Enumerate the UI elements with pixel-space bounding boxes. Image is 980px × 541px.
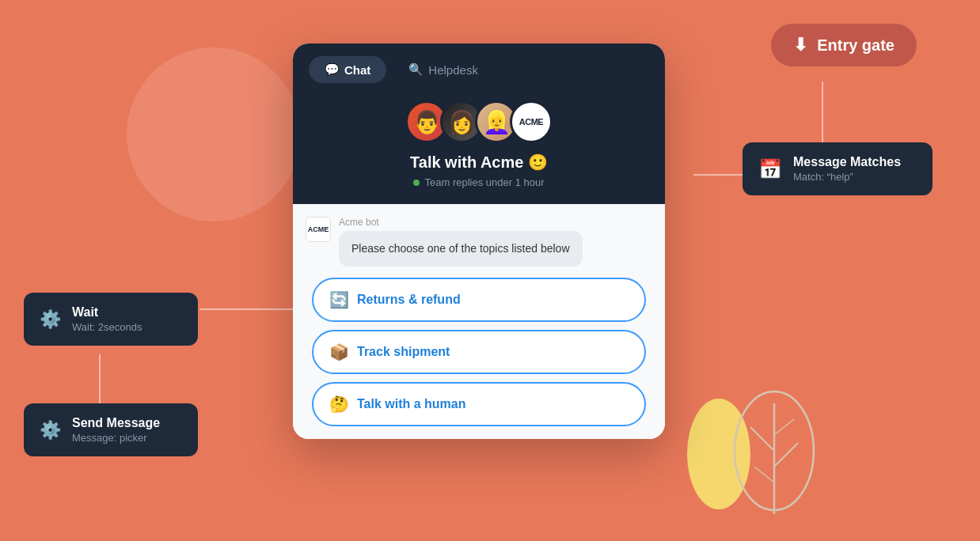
svg-line-5 — [754, 467, 774, 482]
helpdesk-tab-label: Helpdesk — [428, 63, 478, 77]
send-message-title: Send Message — [72, 416, 160, 430]
returns-icon: 🔄 — [329, 290, 349, 309]
gear-icon-send: ⚙️ — [40, 420, 61, 441]
message-matches-content: Message Matches Match: “help” — [793, 155, 901, 183]
option-returns-refund[interactable]: 🔄 Returns & refund — [312, 278, 646, 322]
option-buttons: 🔄 Returns & refund 📦 Track shipment 🤔 Ta… — [306, 278, 652, 426]
chat-tab-icon: 💬 — [325, 62, 340, 77]
connector-line-wait-send — [99, 354, 101, 406]
wait-card-content: Wait Wait: 2seconds — [72, 305, 142, 333]
status-text: Team replies under 1 hour — [424, 176, 544, 188]
bot-avatar: ACME — [306, 217, 331, 242]
bot-bubble: Please choose one of the topics listed b… — [339, 231, 583, 267]
human-label: Talk with a human — [357, 397, 466, 411]
wait-subtitle: Wait: 2seconds — [72, 321, 142, 333]
svg-line-2 — [750, 427, 774, 451]
bot-message-content: Acme bot Please choose one of the topics… — [339, 217, 583, 267]
tab-chat[interactable]: 💬 Chat — [309, 56, 386, 83]
chat-title: Talk with Acme 🙂 — [293, 153, 665, 172]
bot-name: Acme bot — [339, 217, 583, 228]
bot-message-row: ACME Acme bot Please choose one of the t… — [306, 217, 652, 267]
entry-gate-button[interactable]: ⬇ Entry gate — [771, 24, 917, 66]
svg-line-4 — [774, 419, 794, 435]
connector-line-wait-chat — [199, 308, 294, 310]
tree-branch-decoration — [727, 388, 822, 517]
chat-tab-label: Chat — [344, 63, 370, 77]
chat-body: ACME Acme bot Please choose one of the t… — [293, 204, 665, 439]
avatar-group: 👨 👩 👱‍♀️ ACME — [293, 100, 665, 143]
human-icon: 🤔 — [329, 395, 349, 414]
chat-status: Team replies under 1 hour — [293, 176, 665, 188]
helpdesk-tab-icon: 🔍 — [408, 62, 424, 77]
message-matches-title: Message Matches — [793, 155, 901, 169]
wait-title: Wait — [72, 305, 142, 320]
message-matches-subtitle: Match: “help” — [793, 171, 901, 183]
tree-svg — [727, 388, 822, 514]
wait-card: ⚙️ Wait Wait: 2seconds — [24, 293, 198, 346]
option-track-shipment[interactable]: 📦 Track shipment — [312, 330, 646, 374]
entry-gate-label: Entry gate — [817, 36, 895, 55]
status-dot — [413, 180, 420, 186]
background-circle — [127, 47, 301, 221]
bot-avatar-text: ACME — [308, 225, 329, 233]
tab-bar: 💬 Chat 🔍 Helpdesk — [293, 44, 665, 93]
avatar-acme: ACME — [510, 100, 553, 143]
send-message-card: ⚙️ Send Message Message: picker — [24, 403, 198, 456]
send-message-content: Send Message Message: picker — [72, 416, 160, 444]
shipment-icon: 📦 — [329, 342, 349, 361]
tab-helpdesk[interactable]: 🔍 Helpdesk — [393, 56, 494, 83]
option-talk-human[interactable]: 🤔 Talk with a human — [312, 382, 646, 426]
shipment-label: Track shipment — [357, 345, 450, 359]
chat-widget: 💬 Chat 🔍 Helpdesk 👨 👩 👱‍♀️ ACME — [293, 44, 665, 439]
connector-line-entry-matches — [822, 81, 823, 145]
svg-line-3 — [774, 443, 798, 467]
calendar-icon: 📅 — [758, 158, 782, 180]
send-message-subtitle: Message: picker — [72, 432, 160, 444]
download-icon: ⬇ — [793, 35, 807, 55]
acme-logo-text: ACME — [519, 117, 543, 127]
gear-icon-wait: ⚙️ — [40, 309, 61, 330]
connector-line-matches-chat — [693, 174, 743, 176]
returns-label: Returns & refund — [357, 293, 461, 307]
chat-header: 💬 Chat 🔍 Helpdesk 👨 👩 👱‍♀️ ACME — [293, 44, 665, 204]
message-matches-card: 📅 Message Matches Match: “help” — [743, 142, 933, 195]
